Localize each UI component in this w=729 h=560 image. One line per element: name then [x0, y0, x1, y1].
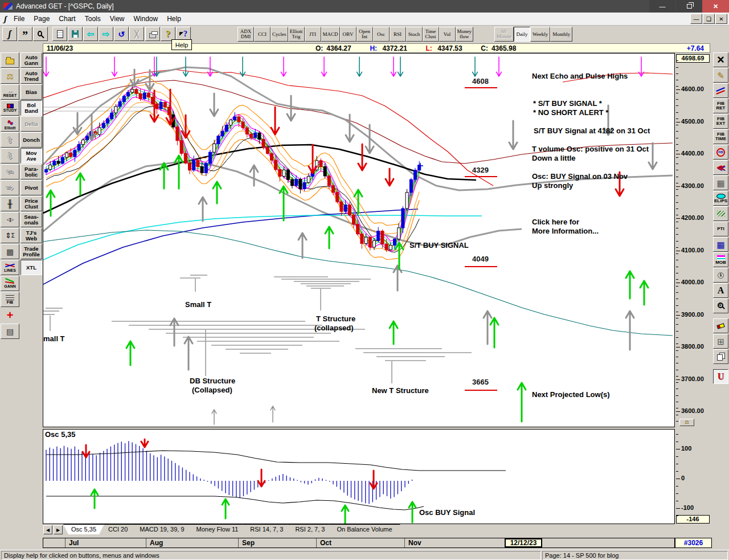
study-donch[interactable]: Donch — [21, 132, 42, 148]
expand-bars-icon[interactable] — [1, 212, 19, 227]
study-button[interactable]: STUDY — [1, 100, 19, 116]
study-bol-band[interactable]: Bol Band — [21, 100, 42, 116]
scroll-right-icon[interactable] — [1, 180, 19, 195]
grid-toggle-icon[interactable] — [1, 244, 19, 259]
price-chart-panel[interactable]: Next Echo and Pulse Highs* S/T BUY SIGNA… — [43, 53, 675, 427]
tab-on-balance-volume[interactable]: On Balance Volume — [329, 524, 400, 534]
ellipse-tool-icon[interactable]: ELiPS — [713, 191, 728, 206]
pencil-icon[interactable] — [713, 68, 728, 83]
menu-help[interactable]: Help — [162, 13, 186, 24]
indicator-obv[interactable]: OBV — [340, 27, 357, 42]
gann-button[interactable]: GANN — [1, 276, 19, 291]
study-mov-ave[interactable]: Mov Ave — [21, 148, 42, 163]
expand-window-icon[interactable] — [713, 334, 728, 349]
text-tool-icon[interactable] — [713, 283, 728, 298]
get-hook-icon[interactable] — [2, 27, 17, 41]
study-pivot[interactable]: Pivot — [21, 180, 42, 195]
indicator-money-flow[interactable]: Money flow — [456, 27, 474, 42]
magnet-snap-icon[interactable] — [713, 369, 728, 384]
crosshair-tool[interactable] — [1, 308, 19, 323]
child-restore-button[interactable]: ❏ — [703, 14, 715, 24]
price-scale[interactable]: 4698.69 ⚖ 4600.004500.004400.004300.0042… — [675, 53, 712, 427]
lines-button[interactable]: LINES — [1, 260, 19, 275]
search-icon[interactable] — [33, 27, 48, 41]
menu-file[interactable]: File — [9, 13, 29, 24]
vertical-scale-icon[interactable] — [1, 228, 19, 243]
scroll-left-icon[interactable] — [1, 164, 19, 179]
tab-osc-5-35[interactable]: Osc 5,35 — [63, 524, 104, 534]
fib-button[interactable]: FIB — [1, 292, 19, 307]
timeframe-daily[interactable]: Daily — [514, 27, 530, 42]
print-icon[interactable] — [145, 27, 160, 41]
menu-page[interactable]: Page — [29, 13, 54, 24]
scroll-down-icon[interactable] — [1, 148, 19, 163]
properties-icon[interactable] — [1, 324, 19, 339]
tab-money-flow-11[interactable]: Money Flow 11 — [189, 524, 247, 534]
end-date-box[interactable]: 12/12/23 — [505, 538, 542, 547]
prev-page-icon[interactable] — [83, 27, 98, 41]
regression-icon[interactable] — [713, 206, 728, 221]
oscillator-scale[interactable]: -146 1000-100 — [675, 429, 712, 524]
fan-lines-icon[interactable] — [713, 160, 728, 175]
save-icon[interactable] — [68, 27, 83, 41]
timeframe-weekly[interactable]: Weekly — [530, 27, 550, 42]
tab-scroll-right-button[interactable]: ▶ — [54, 525, 63, 534]
study-auto-trend[interactable]: Auto Trend — [21, 68, 42, 84]
study-trade-profile[interactable]: Trade Profile — [21, 244, 42, 259]
child-minimize-button[interactable]: — — [690, 14, 702, 24]
reset-button[interactable]: RESET — [1, 84, 19, 100]
indicator-open-int[interactable]: Open Int — [357, 27, 373, 42]
study-xtl[interactable]: XTL — [21, 260, 42, 275]
fib-retrace-button[interactable]: FIB RET — [713, 99, 728, 113]
timeframe-monthly[interactable]: Monthly — [550, 27, 572, 42]
pti-button[interactable]: PTI — [713, 222, 728, 236]
menu-chart[interactable]: Chart — [54, 13, 80, 24]
oscillator-panel[interactable]: Osc 5,35 Osc BUY Signal — [43, 429, 675, 524]
study-delta[interactable]: Delta — [21, 116, 42, 132]
restore-button[interactable] — [676, 0, 702, 13]
compress-bars-icon[interactable] — [1, 196, 19, 211]
fib-extension-button[interactable]: FIB EXT — [713, 114, 728, 129]
matrix-icon[interactable] — [713, 237, 728, 252]
close-button[interactable]: ✕ — [702, 0, 729, 13]
tab-rsi-2-7-3[interactable]: RSI 2, 7, 3 — [287, 524, 333, 534]
tab-macd-19-39-9[interactable]: MACD 19, 39, 9 — [132, 524, 192, 534]
zoom-in-icon[interactable] — [713, 299, 728, 313]
refresh-page-icon[interactable] — [114, 27, 129, 41]
fib-circle-icon[interactable] — [713, 145, 728, 160]
indicator-jti[interactable]: JTI — [305, 27, 321, 42]
indicator-stoch[interactable]: Stoch — [406, 27, 423, 42]
scale-settings-icon[interactable]: ⚖ — [679, 419, 694, 426]
tab-cci-20[interactable]: CCI 20 — [100, 524, 136, 534]
quotes-icon[interactable] — [18, 27, 32, 41]
mob-button[interactable]: MOB — [713, 252, 728, 267]
trendlines-icon[interactable] — [713, 83, 728, 98]
tab-rsi-14-7-3[interactable]: RSI 14, 7, 3 — [242, 524, 291, 534]
study-price-clust[interactable]: Price Clust — [21, 196, 42, 211]
indicator-osc[interactable]: Osc — [373, 27, 390, 42]
eraser-icon[interactable] — [713, 318, 728, 333]
close-pane-icon[interactable] — [713, 52, 728, 67]
indicator-cycles[interactable]: Cycles — [271, 27, 288, 42]
timeframe-60-minute[interactable]: 60 Minute — [494, 27, 514, 42]
study-para-bolic[interactable]: Para- bolic — [21, 164, 42, 179]
study-tj-s-web[interactable]: TJ's Web — [21, 228, 42, 243]
indicator-macd[interactable]: MACD — [321, 27, 340, 42]
menu-view[interactable]: View — [105, 13, 129, 24]
tab-scroll-left-button[interactable]: ◀ — [43, 525, 52, 534]
study-seas-onals[interactable]: Seas- onals — [21, 212, 42, 227]
new-page-icon[interactable] — [52, 27, 67, 41]
symbol-scales-icon[interactable] — [1, 68, 19, 84]
scroll-up-icon[interactable] — [1, 132, 19, 148]
indicator-adx-dmi[interactable]: ADX DMI — [237, 27, 254, 42]
menu-tools[interactable]: Tools — [80, 13, 105, 24]
study-auto-gann[interactable]: Auto Gann — [21, 52, 42, 68]
indicator-elliott-trig[interactable]: Elliott Trig — [288, 27, 305, 42]
fib-time-button[interactable]: FIB TIME — [713, 129, 728, 144]
grid-tool-icon[interactable] — [713, 175, 728, 190]
next-page-icon[interactable] — [99, 27, 113, 41]
copy-pages-icon[interactable] — [713, 349, 728, 364]
minimize-button[interactable]: — — [649, 0, 675, 13]
menu-window[interactable]: Window — [129, 13, 163, 24]
indicator-vol[interactable]: Vol — [439, 27, 456, 42]
